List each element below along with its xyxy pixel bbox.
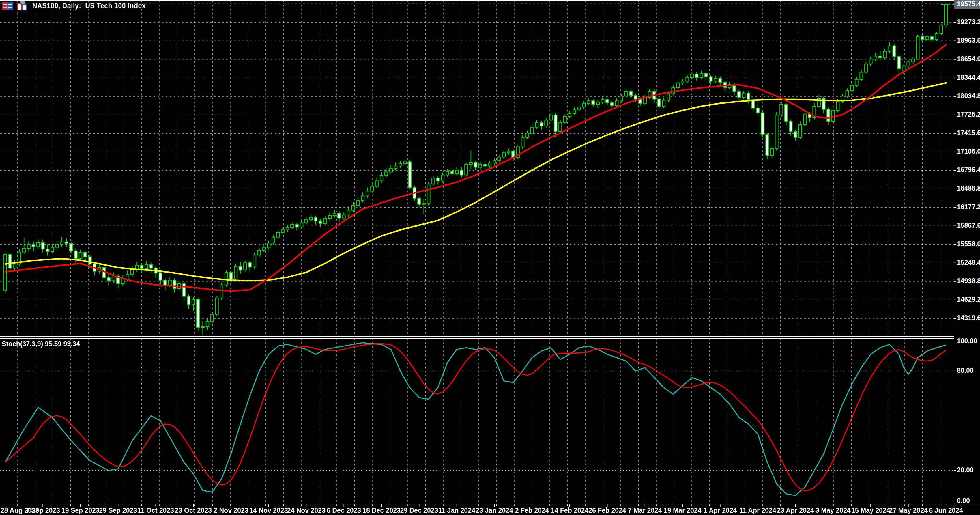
price-tick-label: 16177.2 xyxy=(957,203,980,211)
stochastic-pane[interactable] xyxy=(0,338,954,504)
time-tick-label: 23 Oct 2023 xyxy=(175,507,212,514)
price-tick-label: 15558.0 xyxy=(957,240,980,248)
price-tick-label: 16796.4 xyxy=(957,166,980,174)
chart-canvas[interactable]: 19273.218963.618654.018344.418034.817725… xyxy=(0,0,980,515)
time-tick-label: 19 Sep 2023 xyxy=(62,507,100,514)
time-tick-label: 26 Feb 2024 xyxy=(589,507,626,514)
time-tick-label: 14 Nov 2023 xyxy=(249,507,288,514)
time-tick-label: 11 Apr 2024 xyxy=(739,507,776,514)
time-tick-label: 19 Mar 2024 xyxy=(664,507,702,514)
stoch-scale-label: 20.00 xyxy=(957,466,974,474)
time-tick-label: 11 Jan 2024 xyxy=(438,507,475,514)
stoch-scale-label: 80.00 xyxy=(957,367,974,374)
stochastic-d-value: 93.34 xyxy=(64,340,80,348)
stochastic-k-value: 95.59 xyxy=(45,340,62,348)
price-scale[interactable]: 19273.218963.618654.018344.418034.817725… xyxy=(954,0,980,504)
time-tick-label: 7 Sep 2023 xyxy=(26,507,60,514)
time-tick-label: 18 Dec 2023 xyxy=(363,507,401,514)
stochastic-d-line xyxy=(5,344,946,491)
price-tick-label: 17725.2 xyxy=(957,110,980,118)
time-tick-label: 7 Mar 2024 xyxy=(628,507,662,514)
quote-list-icon xyxy=(2,2,13,10)
price-tick-label: 18963.6 xyxy=(957,37,980,44)
time-tick-label: 6 Dec 2023 xyxy=(327,507,361,514)
price-tick-label: 18344.4 xyxy=(957,73,980,81)
stochastic-name: Stoch(37,3,9) xyxy=(2,340,43,348)
time-tick-label: 2 Nov 2023 xyxy=(213,507,248,514)
time-tick-label: 2 Feb 2024 xyxy=(515,507,549,514)
price-tick-label: 17415.6 xyxy=(957,129,980,137)
price-tick-label: 17106.0 xyxy=(957,148,980,155)
stochastic-k-line xyxy=(5,343,946,495)
chart-windows-icon xyxy=(18,2,28,10)
time-tick-label: 11 Oct 2023 xyxy=(137,507,174,514)
time-tick-label: 15 May 2024 xyxy=(851,507,890,514)
stoch-scale-label: 0.00 xyxy=(957,497,970,504)
main-price-pane[interactable] xyxy=(0,1,954,336)
time-tick-label: 6 Jun 2024 xyxy=(929,507,963,514)
price-tick-label: 14319.6 xyxy=(957,314,980,322)
chart-title-bar: NAS100, Daily: US Tech 100 Index xyxy=(2,2,146,10)
time-tick-label: 29 Sep 2023 xyxy=(99,507,137,514)
price-tick-label: 14938.8 xyxy=(957,277,980,285)
price-tick-label: 18654.0 xyxy=(957,55,980,63)
time-tick-label: 1 Apr 2024 xyxy=(703,507,737,514)
time-tick-label: 23 Jan 2024 xyxy=(476,507,513,514)
price-tick-label: 16486.8 xyxy=(957,185,980,192)
stoch-scale-label: 100.00 xyxy=(957,337,977,345)
price-tick-label: 18034.8 xyxy=(957,92,980,100)
time-tick-label: 27 May 2024 xyxy=(889,507,928,514)
price-tick-label: 15248.4 xyxy=(957,259,980,266)
chart-title: NAS100, Daily: US Tech 100 Index xyxy=(32,2,146,10)
current-price-label: 19575.4 xyxy=(957,0,980,8)
chart-window: 19273.218963.618654.018344.418034.817725… xyxy=(0,0,980,515)
time-tick-label: 29 Dec 2023 xyxy=(400,507,438,514)
time-tick-label: 23 Apr 2024 xyxy=(777,507,814,514)
price-tick-label: 15867.6 xyxy=(957,222,980,229)
time-tick-label: 24 Nov 2023 xyxy=(287,507,326,514)
time-tick-label: 14 Feb 2024 xyxy=(551,507,589,514)
price-tick-label: 14629.2 xyxy=(957,296,980,303)
price-tick-label: 19273.2 xyxy=(957,18,980,26)
stochastic-label: Stoch(37,3,9) 95.59 93.34 xyxy=(2,340,80,348)
time-tick-label: 3 May 2024 xyxy=(816,507,851,514)
time-scale[interactable]: 28 Aug 20237 Sep 202319 Sep 202329 Sep 2… xyxy=(1,504,963,514)
